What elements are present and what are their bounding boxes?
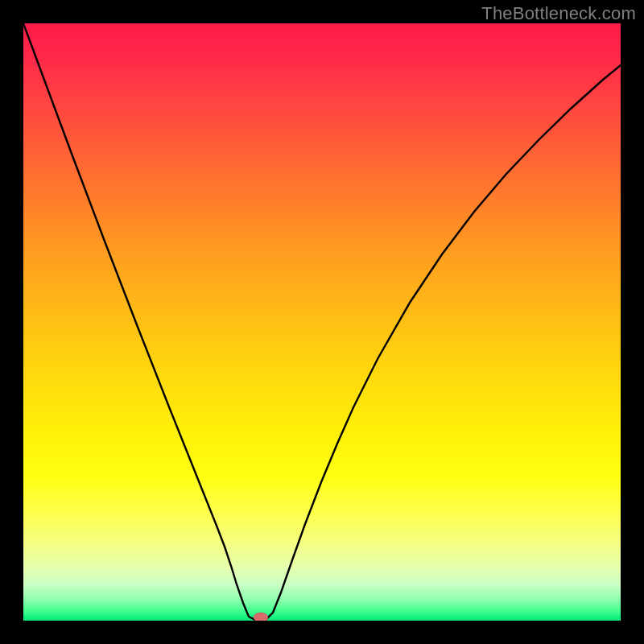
curve-layer — [23, 23, 621, 621]
plot-area — [23, 23, 621, 621]
outer-frame: TheBottleneck.com — [0, 0, 644, 644]
min-point-marker — [254, 613, 268, 621]
watermark-text: TheBottleneck.com — [481, 3, 636, 24]
bottleneck-curve — [23, 23, 621, 621]
